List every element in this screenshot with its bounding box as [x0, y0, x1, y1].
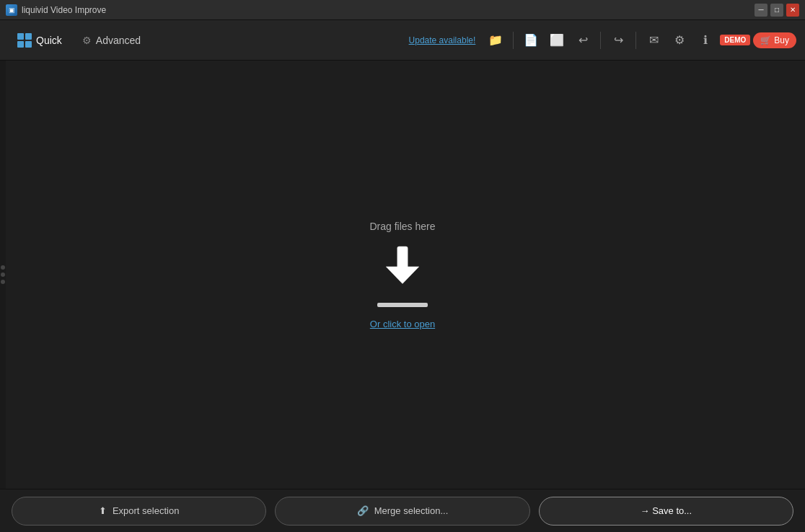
- export-selection-button[interactable]: ⬆ Export selection: [12, 497, 266, 526]
- toolbar-divider-1: [513, 32, 514, 49]
- left-edge-items: [0, 265, 5, 284]
- merge-selection-button[interactable]: 🔗 Merge selection...: [275, 497, 529, 526]
- export-icon: ⬆: [99, 505, 107, 516]
- drop-arrow-svg: [381, 245, 424, 292]
- bottom-bar: ⬆ Export selection 🔗 Merge selection... …: [0, 489, 805, 532]
- click-to-open-link[interactable]: Or click to open: [370, 319, 435, 329]
- toolbar-right: Update available! 📁 📄 ⬜ ↩ ↪ ✉ ⚙ ℹ DEMO: [409, 29, 796, 52]
- new-file-button[interactable]: 📄: [519, 29, 542, 52]
- title-text: liquivid Video Improve: [22, 5, 106, 15]
- mail-button[interactable]: ✉: [642, 29, 665, 52]
- toolbar-divider-2: [600, 32, 601, 49]
- drop-zone[interactable]: Drag files here Or click to open: [369, 221, 435, 329]
- info-button[interactable]: ℹ: [694, 29, 717, 52]
- main-content[interactable]: Drag files here Or click to open: [0, 61, 805, 489]
- quick-mode-button[interactable]: Quick: [9, 29, 71, 52]
- save-to-button[interactable]: → Save to...: [539, 497, 793, 526]
- undo-button[interactable]: ↩: [571, 29, 594, 52]
- quick-mode-label: Quick: [36, 35, 62, 46]
- undo-icon: ↩: [579, 33, 588, 47]
- left-edge: [0, 61, 6, 489]
- info-icon: ℹ: [703, 33, 708, 47]
- demo-badge: DEMO: [720, 35, 750, 45]
- sliders-icon: ⚙: [82, 35, 92, 46]
- minimize-button[interactable]: ─: [755, 4, 767, 17]
- drag-files-text: Drag files here: [369, 221, 435, 232]
- open-folder-button[interactable]: 📁: [484, 29, 507, 52]
- folder-icon: 📁: [488, 33, 503, 47]
- edge-dot: [1, 280, 5, 284]
- buy-button[interactable]: 🛒 Buy: [753, 32, 796, 48]
- svg-rect-0: [397, 247, 408, 270]
- drop-bar: [377, 303, 428, 307]
- save-to-label: → Save to...: [641, 505, 692, 516]
- update-available-link[interactable]: Update available!: [409, 35, 476, 45]
- advanced-mode-label: Advanced: [96, 35, 141, 46]
- redo-button[interactable]: ↪: [607, 29, 630, 52]
- window-controls: ─ □ ✕: [755, 4, 799, 17]
- crop-button[interactable]: ⬜: [545, 29, 568, 52]
- title-bar: ▣ liquivid Video Improve ─ □ ✕: [0, 0, 805, 20]
- toolbar-left: Quick ⚙ Advanced: [9, 29, 149, 52]
- new-file-icon: 📄: [524, 33, 538, 47]
- merge-icon: 🔗: [357, 505, 369, 516]
- title-bar-left: ▣ liquivid Video Improve: [6, 4, 106, 16]
- merge-selection-label: Merge selection...: [374, 505, 449, 516]
- redo-icon: ↪: [614, 33, 623, 47]
- maximize-button[interactable]: □: [770, 4, 783, 17]
- buy-label: Buy: [774, 35, 789, 45]
- edge-dot: [1, 272, 5, 277]
- advanced-mode-button[interactable]: ⚙ Advanced: [74, 30, 149, 50]
- close-button[interactable]: ✕: [786, 4, 799, 17]
- settings-button[interactable]: ⚙: [668, 29, 691, 52]
- edge-dot: [1, 265, 5, 270]
- export-selection-label: Export selection: [113, 505, 180, 516]
- gear-icon: ⚙: [674, 33, 685, 47]
- buy-icon: 🛒: [760, 35, 771, 45]
- drop-arrow-icon: [377, 244, 428, 294]
- toolbar: Quick ⚙ Advanced Update available! 📁 📄 ⬜…: [0, 20, 805, 61]
- crop-icon: ⬜: [550, 33, 564, 47]
- toolbar-divider-3: [635, 32, 636, 49]
- quick-mode-icon: [17, 33, 32, 48]
- mail-icon: ✉: [649, 33, 659, 47]
- app-icon: ▣: [6, 4, 17, 16]
